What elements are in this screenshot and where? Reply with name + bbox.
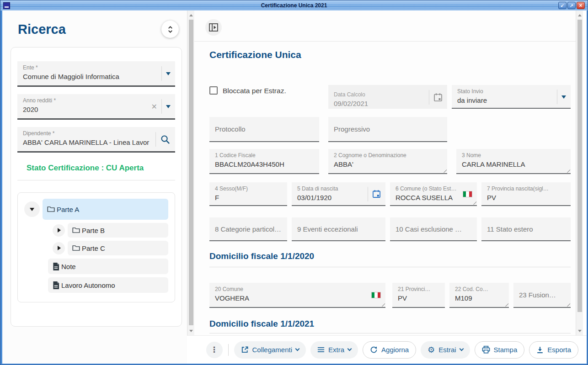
window-controls: ↙ ↗ × (558, 2, 585, 9)
scroll-up-arrow[interactable] (187, 11, 194, 19)
maggioli-logo-icon (3, 2, 10, 9)
window-close-button[interactable]: × (577, 2, 585, 9)
calendar-icon[interactable] (372, 190, 381, 198)
eventi-field[interactable]: 9 Eventi eccezionali (292, 217, 385, 241)
resize-handle[interactable] (566, 168, 570, 173)
codice-fiscale-label: 1 Codice Fiscale (215, 152, 315, 159)
sidebar-scrollbar[interactable] (187, 11, 194, 335)
categorie-field[interactable]: 8 Categorie particol… (209, 217, 287, 241)
field-divider (161, 66, 162, 81)
eventi-label: 9 Eventi eccezionali (297, 225, 358, 233)
action-toolbar: ⋮ Collegamenti Extra (187, 335, 587, 364)
scroll-down-arrow[interactable] (576, 327, 583, 334)
panel-collapse-icon (209, 23, 218, 32)
bloccata-checkbox[interactable] (209, 86, 218, 95)
dropdown-arrow-icon[interactable] (166, 105, 171, 111)
resize-handle[interactable] (380, 302, 385, 307)
expand-toggle-icon[interactable] (53, 224, 65, 237)
stato-estero-field[interactable]: 11 Stato estero (481, 217, 571, 241)
collapse-toggle-icon[interactable] (24, 201, 40, 217)
esporta-button[interactable]: Esporta (529, 341, 578, 359)
window-maximize-button[interactable]: ↗ (567, 2, 576, 9)
main-scrollbar[interactable] (576, 11, 583, 335)
stato-invio-field[interactable]: Stato Invio da inviare (452, 85, 571, 109)
scrollbar-thumb[interactable] (189, 20, 193, 325)
scroll-down-arrow[interactable] (187, 327, 194, 334)
search-icon[interactable] (160, 134, 171, 145)
window-restore-button[interactable]: ↙ (558, 2, 567, 9)
progressivo-field[interactable]: Progressivo (328, 117, 447, 142)
sesso-field[interactable]: 4 Sesso(M/F) F (209, 182, 287, 206)
folder-icon (72, 245, 80, 251)
tree-item-label: Parte C (82, 244, 105, 252)
divider (194, 41, 576, 42)
clear-icon[interactable]: ✕ (151, 102, 157, 111)
ente-label: Ente * (23, 64, 161, 71)
bloccata-checkbox-row: Bloccata per Estraz. (209, 85, 319, 109)
comune-nascita-field[interactable]: 6 Comune (o Stato Est… ROCCA SUSELLA (390, 182, 477, 206)
dropdown-arrow-icon[interactable] (561, 95, 566, 101)
extra-button[interactable]: Extra (310, 341, 358, 359)
resize-handle[interactable] (566, 302, 570, 307)
provincia-domicilio-field[interactable]: 21 Provinci… PV (392, 283, 445, 308)
field-divider (429, 90, 429, 105)
ente-value: Comune di Maggioli Informatica (23, 73, 161, 80)
data-nascita-field[interactable]: 5 Data di nascita 03/01/1920 (292, 182, 385, 206)
cod-comune-value: M109 (455, 294, 504, 302)
tree-item-note[interactable]: Note (48, 259, 168, 274)
tree-item-lavoro-autonomo[interactable]: Lavoro Autonomo (48, 277, 168, 293)
dipendente-field[interactable]: Dipendente * ABBA' CARLA MARINELLA - Lin… (17, 127, 175, 153)
comune-domicilio-field[interactable]: 20 Comune VOGHERA (209, 283, 385, 308)
casi-esclusione-label: 10 Casi esclusione … (396, 225, 462, 233)
resize-handle[interactable] (504, 302, 508, 307)
cognome-field[interactable]: 2 Cognome o Denominazione ABBA' (328, 149, 447, 174)
aggiorna-button[interactable]: Aggiorna (363, 341, 416, 359)
sesso-value: F (215, 194, 283, 201)
menu-lines-icon (317, 347, 325, 353)
stampa-button[interactable]: Stampa (475, 341, 525, 359)
comune-nascita-label: 6 Comune (o Stato Est… (396, 185, 463, 192)
document-icon (53, 262, 59, 271)
more-actions-button[interactable]: ⋮ (206, 342, 223, 358)
page-title: Certificazione Unica (209, 49, 576, 61)
collapse-sidebar-button[interactable] (205, 19, 222, 36)
tree-row-note: Note (48, 259, 168, 274)
comune-nascita-value: ROCCA SUSELLA (396, 194, 463, 201)
scroll-up-arrow[interactable] (576, 11, 583, 19)
codice-fiscale-field[interactable]: 1 Codice Fiscale BBACLM20A43H450H (209, 149, 319, 174)
window-titlebar[interactable]: Certificazione Unica 2021 ↙ ↗ × (0, 0, 588, 11)
provincia-nascita-field[interactable]: 7 Provincia nascita(sigl… PV (481, 182, 571, 206)
estrai-button[interactable]: ⚙ Estrai (421, 341, 470, 359)
collapse-expand-button[interactable] (161, 21, 179, 38)
field-divider (155, 132, 156, 147)
casi-esclusione-field[interactable]: 10 Casi esclusione … (390, 217, 477, 241)
progressivo-label: Progressivo (334, 125, 370, 133)
resize-handle[interactable] (472, 200, 476, 205)
ente-field[interactable]: Ente * Comune di Maggioli Informatica (17, 61, 175, 87)
aggiorna-label: Aggiorna (381, 346, 409, 354)
protocollo-label: Protocollo (215, 125, 246, 133)
tree-item-parte-c[interactable]: Parte C (68, 241, 168, 255)
tree-item-parte-b[interactable]: Parte B (68, 223, 168, 238)
comune-domicilio-label: 20 Comune (215, 286, 371, 292)
external-link-icon (241, 346, 249, 354)
italy-flag-icon (463, 191, 472, 197)
nome-field[interactable]: 3 Nome CARLA MARINELLA (456, 149, 571, 174)
cod-comune-field[interactable]: 22 Cod. Co… M109 (449, 283, 509, 308)
expand-toggle-icon[interactable] (53, 242, 65, 254)
tree-item-parte-a[interactable]: Parte A (43, 199, 168, 220)
protocollo-field[interactable]: Protocollo (209, 117, 319, 142)
cognome-label: 2 Cognome o Denominazione (334, 152, 443, 159)
window-body: Ricerca Ente * Comune di Maggioli Inform… (2, 11, 587, 364)
vertical-dots-icon: ⋮ (210, 345, 218, 354)
tree-row-lavoro-autonomo: Lavoro Autonomo (48, 277, 168, 293)
resize-handle[interactable] (442, 168, 447, 173)
calendar-icon (433, 93, 443, 102)
document-icon (53, 281, 59, 290)
dropdown-arrow-icon[interactable] (166, 72, 171, 78)
fusione-field[interactable]: 23 Fusion… (513, 283, 571, 308)
data-nascita-label: 5 Data di nascita (297, 185, 368, 192)
collegamenti-button[interactable]: Collegamenti (234, 341, 306, 359)
anno-redditi-field[interactable]: Anno redditi * 2020 ✕ (17, 94, 175, 120)
scrollbar-thumb[interactable] (577, 20, 582, 312)
